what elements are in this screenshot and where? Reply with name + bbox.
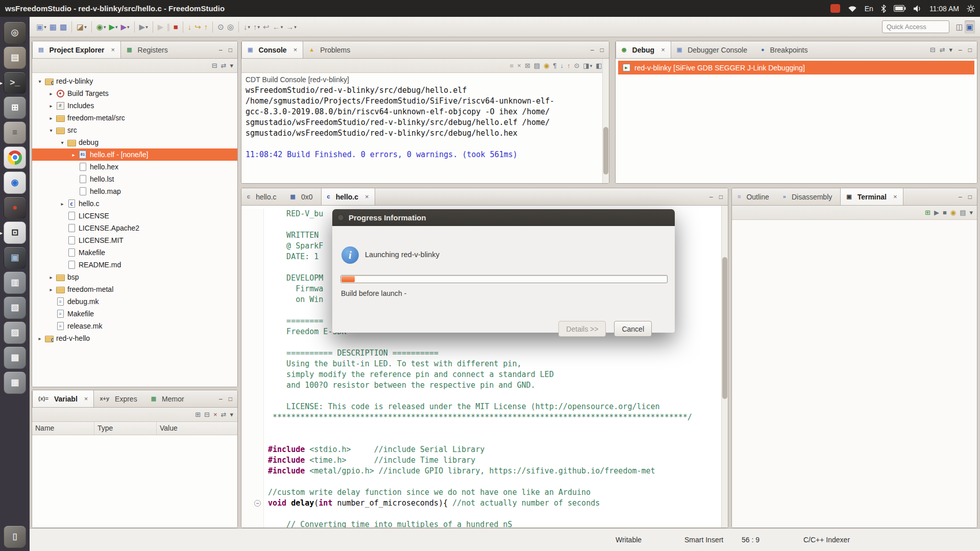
vars-collapse-all-button[interactable]: ⊟ [204, 411, 210, 418]
tree-item[interactable]: ▸ red-v-hello [32, 332, 237, 344]
tree-expander-icon[interactable]: ▸ [46, 287, 56, 292]
maximize-button[interactable]: □ [600, 47, 604, 53]
remove-launch-button[interactable]: × [517, 62, 521, 69]
editor-scrollbar[interactable] [721, 206, 728, 528]
clock[interactable]: 11:08 AM [929, 5, 959, 13]
collapse-all-button[interactable]: ⊟ [212, 62, 217, 69]
keyboard-layout-indicator[interactable]: En [865, 5, 873, 13]
editor-tab[interactable]: c hello.c [241, 188, 285, 205]
calculator[interactable]: ⊞ [0, 95, 30, 120]
step-over-button[interactable]: ↪ [193, 20, 203, 34]
link-with-editor-toggle[interactable]: ⇄ [221, 62, 227, 69]
tree-item[interactable]: debug.mk [32, 295, 237, 308]
maximize-button[interactable]: □ [968, 47, 972, 53]
tab-close-icon[interactable]: × [84, 395, 88, 403]
tree-item[interactable]: hello.lst [32, 173, 237, 185]
cancel-button[interactable]: Cancel [614, 321, 652, 337]
view-tab[interactable]: ▤ Project Explorer × [32, 41, 121, 58]
suspend-button[interactable]: ∥ [165, 20, 172, 34]
display-console-button[interactable]: ◨ ▾ [583, 62, 592, 69]
project-tree[interactable]: ▾ red-v-blinky ▸ Build Targets ▸ Include… [32, 73, 237, 387]
view-tab[interactable]: ▣ Console × [241, 41, 303, 58]
dialog-close-icon[interactable] [337, 214, 344, 221]
save-button[interactable]: ▦ [48, 20, 58, 34]
clear-terminal-button[interactable]: ▤ [960, 209, 966, 216]
open-element-button[interactable]: ◎ [226, 20, 235, 34]
vars-remove-button[interactable]: × [213, 411, 217, 418]
minimize-button[interactable]: – [591, 47, 594, 53]
terminate-button[interactable]: ■ [172, 20, 180, 34]
view-tab[interactable]: » Disassembly [777, 188, 840, 205]
tree-item[interactable]: ▸ hello.elf - [none/le] [32, 148, 237, 161]
tab-close-icon[interactable]: × [293, 46, 298, 54]
tree-item[interactable]: ▾ src [32, 124, 237, 136]
scrollbar-thumb[interactable] [722, 257, 727, 399]
tab-close-icon[interactable]: × [365, 193, 369, 201]
variables-table-body[interactable] [32, 435, 237, 528]
tree-item[interactable]: release.mk [32, 320, 237, 332]
view-tab[interactable]: ▲ Problems [303, 41, 358, 58]
bluetooth-icon[interactable] [881, 5, 886, 13]
tree-expander-icon[interactable]: ▸ [46, 103, 56, 109]
session-gear-icon[interactable] [967, 5, 975, 13]
external-tools-button[interactable]: ▶ ▾ [138, 20, 150, 34]
chrome[interactable] [0, 145, 30, 170]
tree-expander-icon[interactable]: ▾ [35, 79, 44, 84]
tab-close-icon[interactable]: × [661, 46, 665, 54]
recorder-indicator-icon[interactable] [830, 4, 840, 13]
new-terminal-button[interactable]: ⊞ [925, 209, 930, 216]
next-annotation-button[interactable]: ↓ ▾ [242, 20, 252, 34]
dark-ide[interactable]: ▣ [0, 245, 30, 270]
utility-3[interactable]: ▨ [0, 320, 30, 345]
show-stderr-toggle[interactable]: ↑ [567, 62, 571, 69]
utility-4[interactable]: ▩ [0, 345, 30, 370]
view-tab[interactable]: ◉ Debug × [616, 41, 671, 58]
console-output[interactable]: CDT Build Console [red-v-blinky] wsFreed… [241, 73, 609, 183]
terminal-menu-button[interactable]: ▾ [969, 209, 973, 216]
terminal[interactable]: ▸ >_ [0, 70, 30, 95]
run-button[interactable]: ▶ ▾ [107, 20, 119, 34]
wifi-icon[interactable] [848, 5, 857, 12]
tree-item[interactable]: ▸ freedom-metal/src [32, 112, 237, 124]
tree-expander-icon[interactable]: ▾ [58, 140, 67, 145]
utility-1[interactable]: ▥ [0, 270, 30, 295]
terminate-console-button[interactable]: ■ [509, 62, 513, 69]
tree-item[interactable]: hello.map [32, 185, 237, 197]
cpp-perspective-button[interactable]: ▣ [965, 20, 975, 34]
minimize-button[interactable]: – [709, 194, 713, 200]
tree-expander-icon[interactable]: ▸ [35, 336, 44, 341]
tree-item[interactable]: LICENSE.MIT [32, 234, 237, 246]
view-tab[interactable]: ▣ Terminal × [840, 188, 903, 205]
editor-tab[interactable]: ▦ 0x0 [285, 188, 321, 205]
disconnect-terminal-button[interactable]: ■ [943, 209, 947, 216]
maximize-button[interactable]: □ [229, 396, 232, 402]
view-tab[interactable]: (x)= Variabl × [32, 390, 94, 407]
tree-item[interactable]: Makefile [32, 308, 237, 320]
dialog-titlebar[interactable]: Progress Information [332, 209, 675, 226]
tree-item[interactable]: hello.hex [32, 161, 237, 173]
details-button[interactable]: Details >> [558, 321, 606, 337]
tree-expander-icon[interactable]: ▸ [46, 274, 56, 280]
tree-expander-icon[interactable]: ▾ [46, 128, 56, 133]
minimize-button[interactable]: – [219, 47, 223, 53]
search-button[interactable]: ⊙ [216, 20, 226, 34]
back-button[interactable]: ← ▾ [271, 20, 285, 34]
maximize-button[interactable]: □ [719, 194, 723, 200]
column-header[interactable]: Type [94, 422, 157, 435]
view-tab[interactable]: ▣ Debugger Console [671, 41, 755, 58]
tree-item[interactable]: Makefile [32, 246, 237, 259]
scrollbar-thumb[interactable] [603, 127, 608, 174]
trash[interactable]: ▯ [0, 524, 30, 549]
maximize-button[interactable]: □ [968, 194, 972, 200]
pin-console-toggle[interactable]: ⊙ [574, 62, 579, 69]
vars-view-menu-button[interactable]: ▾ [230, 411, 233, 418]
battery-icon[interactable] [894, 5, 906, 12]
resume-button[interactable]: ▶ [156, 20, 165, 34]
view-tab[interactable]: ▦ Registers [121, 41, 176, 58]
tree-item[interactable]: ▸ freedom-metal [32, 283, 237, 295]
debug-link-button[interactable]: ⇄ [940, 46, 945, 53]
show-stdout-toggle[interactable]: ↓ [560, 62, 564, 69]
save-all-button[interactable]: ▩ [58, 20, 68, 34]
remove-all-launches-button[interactable]: ⊠ [525, 62, 530, 69]
freedom-studio[interactable]: ▸ ⊡ [0, 220, 30, 245]
